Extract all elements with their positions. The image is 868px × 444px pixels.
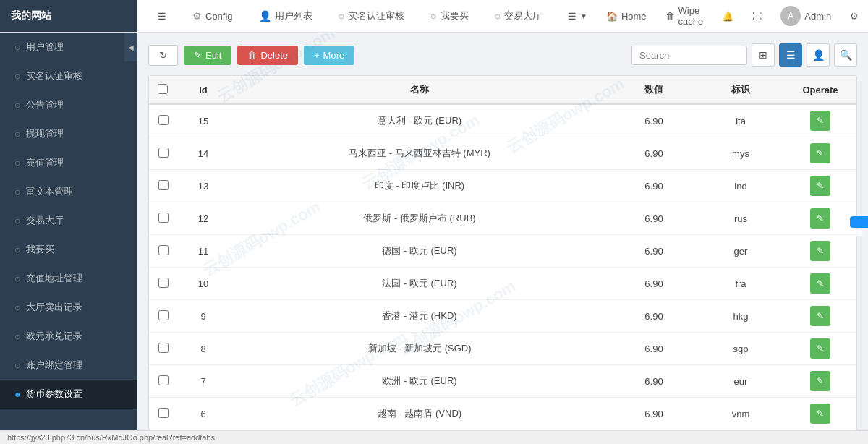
row-tag: hkg xyxy=(697,300,784,333)
table-row: 6 越南 - 越南盾 (VND) 6.90 vnm ✎ xyxy=(149,398,856,430)
sidebar-item-euro-promise[interactable]: ○ 欧元承兑记录 xyxy=(0,322,137,351)
table-row: 11 德国 - 欧元 (EUR) 6.90 ger ✎ xyxy=(149,235,856,268)
circle-icon3: ○ xyxy=(495,10,501,22)
admin-btn[interactable]: A Admin xyxy=(775,0,837,33)
row-select-checkbox[interactable] xyxy=(158,278,169,288)
edit-button[interactable]: ✎ Edit xyxy=(184,46,231,65)
data-table: Id 名称 数值 标识 Operate xyxy=(149,76,856,430)
toolbar-right: ⊞ ☰ 👤 🔍 xyxy=(631,43,857,67)
sidebar-item-real-name[interactable]: ○ 实名认证审核 xyxy=(0,61,137,90)
row-select-checkbox[interactable] xyxy=(158,375,169,385)
more-button[interactable]: + More xyxy=(304,46,354,65)
row-select-checkbox[interactable] xyxy=(158,180,169,190)
row-edit-btn[interactable]: ✎ xyxy=(810,273,830,294)
circle-icon-s11: ○ xyxy=(14,330,20,342)
row-checkbox xyxy=(149,235,178,268)
row-select-checkbox[interactable] xyxy=(158,245,169,255)
sidebar-item-withdraw[interactable]: ○ 提现管理 xyxy=(0,119,137,148)
main-content: 云创源码owp.com 云创源码owp.com 云创源码owp.com 云创源码… xyxy=(137,33,868,430)
sidebar-item-trading-hall[interactable]: ○ 交易大厅 xyxy=(0,206,137,235)
row-tag: sgp xyxy=(697,333,784,365)
search-input[interactable] xyxy=(631,46,747,65)
row-operate: ✎ xyxy=(784,202,856,235)
top-nav-right: ☰ ▼ 🏠 Home 🗑 Wipe cache 🔔 ⛶ A Admin ⚙ xyxy=(562,0,864,33)
sidebar: ○ 用户管理 ◀ ○ 实名认证审核 ○ 公告管理 ○ 提现管理 ○ 充值管理 ○… xyxy=(0,33,137,430)
delete-button[interactable]: 🗑 Delete xyxy=(237,46,298,65)
nav-user-list[interactable]: 👤 用户列表 xyxy=(253,0,318,32)
wipe-cache-btn[interactable]: 🗑 Wipe cache xyxy=(660,0,710,33)
grid-view-btn[interactable]: ⊞ xyxy=(752,43,775,67)
row-edit-btn[interactable]: ✎ xyxy=(810,404,830,424)
row-edit-btn[interactable]: ✎ xyxy=(810,111,830,131)
refresh-button[interactable]: ↻ xyxy=(148,45,178,66)
toolbar: ↻ ✎ Edit 🗑 Delete + More ⊞ ☰ 👤 🔍 xyxy=(148,43,857,67)
row-select-checkbox[interactable] xyxy=(158,148,169,158)
header-id: Id xyxy=(178,76,229,104)
layout-btn[interactable]: ☰ ▼ xyxy=(562,0,593,33)
list-view-btn[interactable]: ☰ xyxy=(779,43,802,67)
nav-i-want-buy[interactable]: ○ 我要买 xyxy=(425,0,474,32)
sidebar-item-account-bind[interactable]: ○ 账户绑定管理 xyxy=(0,351,137,380)
nav-config[interactable]: ⚙ Config xyxy=(187,0,239,32)
row-edit-btn[interactable]: ✎ xyxy=(810,208,830,229)
plus-icon: + xyxy=(314,50,320,61)
circle-icon-s6: ○ xyxy=(14,186,20,197)
home-btn[interactable]: 🏠 Home xyxy=(600,0,652,33)
select-all-checkbox[interactable] xyxy=(158,84,168,94)
row-select-checkbox[interactable] xyxy=(158,343,169,353)
row-select-checkbox[interactable] xyxy=(158,115,169,125)
row-name: 欧洲 - 欧元 (EUR) xyxy=(229,365,610,398)
row-edit-btn[interactable]: ✎ xyxy=(810,241,830,261)
row-tag: rus xyxy=(697,202,784,235)
home-icon: 🏠 xyxy=(606,11,618,22)
user-icon: 👤 xyxy=(259,10,271,22)
row-edit-btn[interactable]: ✎ xyxy=(810,143,830,163)
row-edit-btn[interactable]: ✎ xyxy=(810,306,830,326)
row-select-checkbox[interactable] xyxy=(158,408,169,418)
sidebar-item-notice[interactable]: ○ 公告管理 xyxy=(0,90,137,119)
table-search-btn[interactable]: 🔍 xyxy=(834,43,857,67)
row-id: 11 xyxy=(178,235,229,268)
sidebar-item-currency-settings[interactable]: ● 货币参数设置 xyxy=(0,380,137,409)
nav-real-name[interactable]: ○ 实名认证审核 xyxy=(333,0,410,32)
row-checkbox xyxy=(149,170,178,202)
floating-helper[interactable]: 插件上传 xyxy=(850,216,868,228)
row-id: 14 xyxy=(178,137,229,170)
circle-icon-s5: ○ xyxy=(14,157,20,168)
sidebar-item-recharge-addr[interactable]: ○ 充值地址管理 xyxy=(0,264,137,293)
row-id: 6 xyxy=(178,398,229,430)
sidebar-collapse-btn[interactable]: ◀ xyxy=(124,33,137,61)
sidebar-label-trading: 交易大厅 xyxy=(26,214,64,227)
sidebar-item-recharge[interactable]: ○ 充值管理 xyxy=(0,148,137,177)
header-row: Id 名称 数值 标识 Operate xyxy=(149,76,856,104)
row-edit-btn[interactable]: ✎ xyxy=(810,371,830,391)
site-brand: 我的网站 xyxy=(0,0,137,32)
row-value: 6.90 xyxy=(610,268,697,300)
nav-toggle[interactable]: ☰ xyxy=(152,0,172,32)
sidebar-item-richtext[interactable]: ○ 富文本管理 xyxy=(0,177,137,206)
row-operate: ✎ xyxy=(784,268,856,300)
sidebar-label-real-name: 实名认证审核 xyxy=(26,69,82,82)
row-edit-btn[interactable]: ✎ xyxy=(810,338,830,359)
row-name: 俄罗斯 - 俄罗斯卢布 (RUB) xyxy=(229,202,610,235)
fullscreen-btn[interactable]: ⛶ xyxy=(746,0,767,33)
sidebar-item-hall-sell[interactable]: ○ 大厅卖出记录 xyxy=(0,293,137,322)
nav-trading[interactable]: ○ 交易大厅 xyxy=(489,0,548,32)
table-row: 7 欧洲 - 欧元 (EUR) 6.90 eur ✎ xyxy=(149,365,856,398)
notify-btn[interactable]: 🔔 xyxy=(716,0,739,33)
row-value: 6.90 xyxy=(610,235,697,268)
fullscreen-icon: ⛶ xyxy=(752,11,762,22)
row-value: 6.90 xyxy=(610,170,697,202)
row-select-checkbox[interactable] xyxy=(158,213,169,223)
row-value: 6.90 xyxy=(610,137,697,170)
sidebar-label-withdraw: 提现管理 xyxy=(26,127,64,140)
column-settings-btn[interactable]: 👤 xyxy=(807,43,830,67)
settings-btn[interactable]: ⚙ xyxy=(844,0,864,33)
admin-avatar: A xyxy=(780,6,801,26)
sidebar-item-i-want-buy[interactable]: ○ 我要买 xyxy=(0,235,137,264)
sidebar-item-user-mgmt[interactable]: ○ 用户管理 ◀ xyxy=(0,33,137,61)
circle-icon-s7: ○ xyxy=(14,215,20,226)
circle-icon-s8: ○ xyxy=(14,244,20,255)
row-edit-btn[interactable]: ✎ xyxy=(810,176,830,196)
row-select-checkbox[interactable] xyxy=(158,310,169,320)
